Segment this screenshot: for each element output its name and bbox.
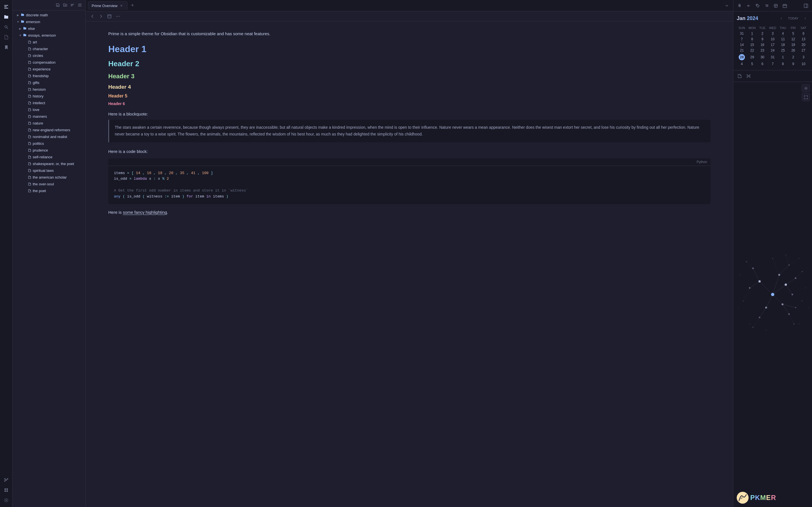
graph-expand-button[interactable] <box>802 93 810 101</box>
sidebar-item-the-poet[interactable]: the poet <box>13 187 84 194</box>
calendar-day[interactable]: 3 <box>767 31 777 36</box>
cal-prev-button[interactable]: ‹ <box>778 15 784 22</box>
calendar-day[interactable]: 20 <box>799 42 809 48</box>
calendar-day[interactable]: 22 <box>747 48 757 53</box>
calendar-day[interactable]: 6 <box>757 61 767 67</box>
sidebar-item-compensation[interactable]: compensation <box>13 59 84 66</box>
sidebar-item-circles[interactable]: circles <box>13 52 84 59</box>
calendar-day[interactable]: 2 <box>788 53 798 61</box>
sidebar-item-love[interactable]: love <box>13 106 84 113</box>
calendar-day[interactable]: 31 <box>767 53 777 61</box>
calendar-day[interactable]: 29 <box>747 53 757 61</box>
calendar-day[interactable]: 13 <box>799 36 809 42</box>
sidebar-item-spiritual-laws[interactable]: spiritual laws <box>13 167 84 174</box>
backlink-icon[interactable] <box>745 2 753 10</box>
sidebar-item-prudence[interactable]: prudence <box>13 147 84 154</box>
sidebar-item-shakespeare[interactable]: shakespeare; or, the poet <box>13 160 84 167</box>
calendar-day[interactable]: 26 <box>788 48 798 53</box>
sidebar-item-politics[interactable]: politics <box>13 140 84 147</box>
calendar-day[interactable]: 1 <box>747 31 757 36</box>
file-icon[interactable] <box>2 33 11 42</box>
sidebar-item-self-reliance[interactable]: self-reliance <box>13 154 84 160</box>
calendar-day[interactable]: 24 <box>767 48 777 53</box>
calendar-day[interactable]: 16 <box>757 42 767 48</box>
sidebar-item-nonimalist[interactable]: nonimalist and realist <box>13 133 84 140</box>
sidebar-close-icon[interactable] <box>802 2 810 10</box>
calendar-day[interactable]: 7 <box>767 61 777 67</box>
calendar-day[interactable]: 9 <box>788 61 798 67</box>
calendar-day[interactable]: 30 <box>757 53 767 61</box>
sidebar-item-emerson[interactable]: ▼ emerson <box>13 18 84 25</box>
calendar-day[interactable]: 10 <box>799 61 809 67</box>
sidebar-item-else[interactable]: ▶ else <box>13 25 84 32</box>
calendar-day[interactable]: 8 <box>778 61 788 67</box>
tag-icon[interactable] <box>754 2 762 10</box>
sidebar-item-heroism[interactable]: heroism <box>13 86 84 93</box>
calendar-day[interactable]: 17 <box>767 42 777 48</box>
calendar-day[interactable]: 18 <box>778 42 788 48</box>
tab-overflow-button[interactable] <box>723 2 731 10</box>
sidebar-item-character[interactable]: character <box>13 45 84 52</box>
sidebar-item-american-scholar[interactable]: the american scholar <box>13 174 84 180</box>
cal-today-button[interactable]: TODAY <box>786 16 800 20</box>
calendar-day[interactable]: 7 <box>737 36 747 42</box>
sidebar-toggle-icon[interactable] <box>2 2 11 11</box>
calendar-icon[interactable] <box>781 2 789 10</box>
sidebar-item-nature[interactable]: nature <box>13 120 84 126</box>
folder-icon[interactable] <box>2 12 11 21</box>
sidebar-item-history[interactable]: history <box>13 93 84 100</box>
calendar-day[interactable]: 1 <box>778 53 788 61</box>
calendar-day[interactable]: 27 <box>799 48 809 53</box>
calendar-day[interactable]: 25 <box>778 48 788 53</box>
calendar-day[interactable]: 3 <box>799 53 809 61</box>
search-icon[interactable] <box>2 22 11 32</box>
sidebar-item-essays-emerson[interactable]: ▼ essays, emerson <box>13 32 84 39</box>
new-tab-button[interactable]: + <box>129 2 137 10</box>
calendar-day[interactable]: 23 <box>757 48 767 53</box>
sidebar-item-art[interactable]: art <box>13 39 84 45</box>
calendar-day[interactable]: 8 <box>747 36 757 42</box>
sidebar-item-experience[interactable]: experience <box>13 66 84 72</box>
sidebar-item-discrete-math[interactable]: ▶ discrete math <box>13 11 84 18</box>
sidebar-item-over-soul[interactable]: the over-soul <box>13 180 84 187</box>
nav-forward-button[interactable] <box>98 13 104 20</box>
sort-button[interactable] <box>69 2 76 8</box>
calendar-day[interactable]: 5 <box>747 61 757 67</box>
bookmark-icon[interactable] <box>2 43 11 52</box>
calendar-day[interactable]: 14 <box>737 42 747 48</box>
calendar-day[interactable]: 21 <box>737 48 747 53</box>
nav-back-button[interactable] <box>89 13 96 20</box>
calendar-day[interactable]: 12 <box>788 36 798 42</box>
calendar-day[interactable]: 10 <box>767 36 777 42</box>
reading-view-button[interactable] <box>106 13 113 20</box>
sidebar-item-manners[interactable]: manners <box>13 113 84 120</box>
sidebar-item-intellect[interactable]: intellect <box>13 100 84 106</box>
sidebar-item-friendship[interactable]: friendship <box>13 72 84 79</box>
outline-icon[interactable] <box>763 2 770 10</box>
calendar-day[interactable]: 19 <box>788 42 798 48</box>
more-options-button[interactable] <box>114 13 121 20</box>
sidebar-item-new-england-reformers[interactable]: new england reformers <box>13 126 84 133</box>
settings-icon[interactable] <box>2 496 11 505</box>
tab-close-button[interactable]: ✕ <box>119 3 124 8</box>
new-note-button[interactable] <box>54 2 61 8</box>
calendar-day[interactable]: 4 <box>737 61 747 67</box>
calendar-day[interactable]: 11 <box>778 36 788 42</box>
graph-settings-button[interactable] <box>802 84 810 92</box>
plugins-icon[interactable] <box>2 486 11 495</box>
connections-icon[interactable] <box>745 72 753 80</box>
cal-next-button[interactable]: › <box>802 15 809 22</box>
collapse-all-button[interactable] <box>77 2 83 8</box>
graph-icon[interactable] <box>2 475 11 485</box>
properties-icon[interactable] <box>772 2 779 10</box>
calendar-day[interactable]: 15 <box>747 42 757 48</box>
calendar-day[interactable]: 28 <box>737 53 747 61</box>
new-folder-button[interactable] <box>62 2 68 8</box>
calendar-day[interactable]: 6 <box>799 31 809 36</box>
calendar-day[interactable]: 31 <box>737 31 747 36</box>
calendar-day[interactable]: 9 <box>757 36 767 42</box>
calendar-day[interactable]: 4 <box>778 31 788 36</box>
note-icon[interactable] <box>735 72 744 80</box>
tab-prime-overview[interactable]: Prime Overview ✕ <box>88 1 128 10</box>
sidebar-item-gifts[interactable]: gifts <box>13 79 84 86</box>
